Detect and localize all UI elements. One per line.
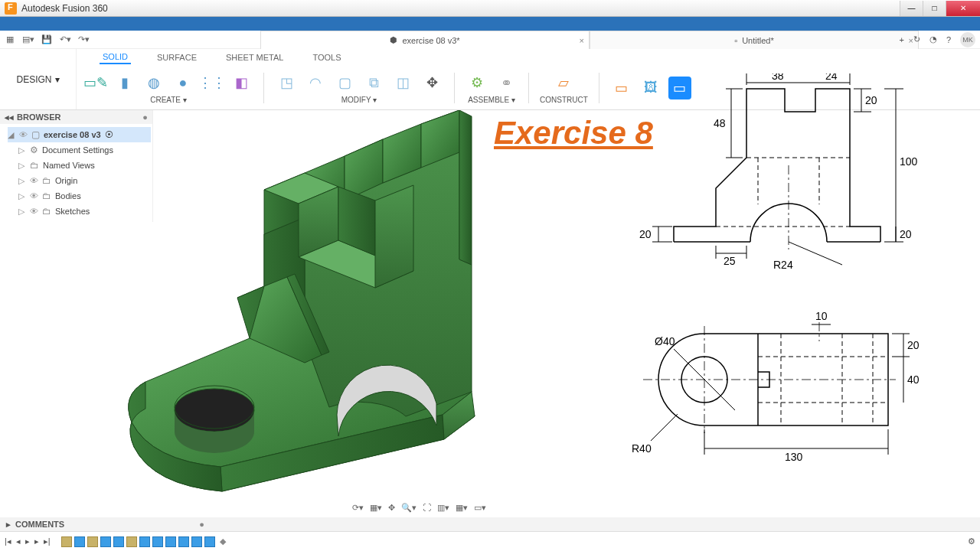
undo-icon[interactable]: ↶▾ (60, 34, 70, 45)
tab-solid[interactable]: SOLID (100, 51, 131, 64)
presspull-icon[interactable]: ◳ (275, 71, 298, 94)
timeline-start-icon[interactable]: |◂ (5, 536, 11, 546)
pin-icon[interactable]: ● (199, 520, 204, 529)
timeline-feature[interactable] (126, 536, 137, 547)
activate-icon[interactable]: ⦿ (105, 130, 113, 139)
timeline-play-icon[interactable]: ▸ (25, 536, 30, 546)
timeline-prev-icon[interactable]: ◂ (16, 536, 21, 546)
timeline-feature[interactable] (113, 536, 124, 547)
combine-icon[interactable]: ⧉ (362, 71, 385, 94)
folder-icon: 🗀 (42, 206, 51, 217)
form-icon[interactable]: ◧ (230, 71, 253, 94)
timeline-feature[interactable] (74, 536, 85, 547)
svg-line-39 (789, 242, 842, 265)
zoom-icon[interactable]: 🔍▾ (401, 503, 416, 513)
construct-group-label[interactable]: CONSTRUCT (540, 96, 588, 104)
fit-icon[interactable]: ⛶ (423, 503, 431, 512)
split-icon[interactable]: ◫ (391, 71, 414, 94)
browser-header[interactable]: ◂◂ BROWSER ● (0, 110, 152, 124)
collapse-arrow-icon[interactable]: ◢ (8, 130, 15, 140)
save-icon[interactable]: 💾 (41, 34, 52, 45)
sphere-icon[interactable]: ● (172, 71, 194, 94)
minimize-button[interactable]: — (900, 1, 923, 16)
visibility-icon[interactable]: 👁 (30, 176, 38, 185)
timeline-feature[interactable] (191, 536, 202, 547)
cylinder-icon[interactable]: ◍ (142, 71, 165, 94)
svg-text:40: 40 (907, 373, 920, 386)
expand-icon[interactable]: ▷ (18, 161, 26, 171)
box-icon[interactable]: ▮ (113, 71, 136, 94)
expand-icon[interactable]: ▸ (6, 520, 11, 530)
timeline-feature[interactable] (87, 536, 98, 547)
doc-tab-2[interactable]: ▫ Untitled* × (590, 31, 919, 49)
expand-icon[interactable]: ▷ (18, 207, 26, 217)
visibility-icon[interactable]: 👁 (30, 191, 38, 201)
close-tab-icon[interactable]: × (580, 36, 584, 45)
pan-icon[interactable]: ✥ (388, 503, 395, 513)
tree-item-bodies[interactable]: ▷👁🗀Bodies (8, 188, 151, 204)
workspace-selector[interactable]: DESIGN▾ (0, 49, 77, 109)
move-icon[interactable]: ✥ (420, 71, 443, 94)
display-icon[interactable]: ▥▾ (437, 503, 449, 513)
timeline-settings-icon[interactable]: ⚙ (968, 536, 975, 546)
file-menu-icon[interactable]: ▤▾ (23, 34, 34, 45)
expand-icon[interactable]: ▷ (18, 191, 26, 201)
plane-icon[interactable]: ▱ (552, 71, 575, 94)
visibility-icon[interactable]: 👁 (19, 130, 28, 139)
browser-tree: ◢ 👁 ▢ exercise 08 v3 ⦿ ▷⚙Document Settin… (0, 124, 152, 222)
tree-item-settings[interactable]: ▷⚙Document Settings (8, 142, 151, 158)
orbit-icon[interactable]: ⟳▾ (352, 503, 364, 513)
sketch-icon[interactable]: ▭✎ (84, 71, 107, 94)
timeline-end-icon[interactable]: ▸| (44, 536, 51, 546)
tab-sheetmetal[interactable]: SHEET METAL (223, 51, 286, 64)
timeline-feature[interactable] (61, 536, 72, 547)
create-group-label[interactable]: CREATE ▾ (150, 96, 187, 104)
job-status-icon[interactable]: ◔ (929, 34, 937, 44)
grid-icon[interactable]: ▦▾ (456, 503, 468, 513)
maximize-button[interactable]: □ (923, 1, 946, 16)
modify-group-label[interactable]: MODIFY ▾ (341, 96, 377, 104)
comments-bar[interactable]: ▸ COMMENTS ● (0, 517, 980, 531)
redo-icon[interactable]: ↷▾ (78, 34, 89, 45)
assemble-group-label[interactable]: ASSEMBLE ▾ (468, 96, 515, 104)
document-tabs: ⬢ exercise 08 v3* × ▫ Untitled* × (260, 31, 919, 49)
timeline-next-icon[interactable]: ▸ (34, 536, 39, 546)
tree-item-sketches[interactable]: ▷👁🗀Sketches (8, 204, 151, 219)
collapse-icon[interactable]: ◂◂ (5, 112, 14, 122)
tab-tools[interactable]: TOOLS (309, 51, 344, 64)
extensions-icon[interactable]: ↻ (913, 34, 920, 44)
timeline-marker-icon[interactable]: ◆ (220, 536, 226, 546)
timeline-feature[interactable] (204, 536, 215, 547)
tab-surface[interactable]: SURFACE (154, 51, 200, 64)
asbuilt-icon[interactable]: ⚭ (495, 71, 518, 94)
timeline-feature[interactable] (152, 536, 163, 547)
fillet-icon[interactable]: ◠ (304, 71, 327, 94)
timeline-feature[interactable] (178, 536, 189, 547)
expand-icon[interactable]: ▷ (18, 145, 26, 155)
tree-item-origin[interactable]: ▷👁🗀Origin (8, 173, 151, 188)
user-avatar[interactable]: MK (960, 32, 975, 47)
app-title: Autodesk Fusion 360 (21, 3, 108, 14)
close-button[interactable]: ✕ (946, 1, 980, 16)
pattern-icon[interactable]: ⋮⋮ (201, 71, 224, 94)
timeline-feature[interactable] (100, 536, 111, 547)
ribbon-tabs: SOLID SURFACE SHEET METAL TOOLS (77, 49, 980, 66)
viewport-icon[interactable]: ▭▾ (474, 503, 486, 513)
qat-right: + ↻ ◔ ? MK (899, 32, 975, 47)
timeline-feature[interactable] (165, 536, 176, 547)
shell-icon[interactable]: ▢ (333, 71, 356, 94)
tree-item-views[interactable]: ▷🗀Named Views (8, 158, 151, 173)
help-icon[interactable]: ? (946, 35, 951, 44)
doc-tab-1[interactable]: ⬢ exercise 08 v3* × (260, 31, 590, 49)
tree-root[interactable]: ◢ 👁 ▢ exercise 08 v3 ⦿ (8, 127, 151, 142)
navigation-bar: ⟳▾ ▦▾ ✥ 🔍▾ ⛶ ▥▾ ▦▾ ▭▾ (352, 500, 486, 514)
doc-tab-label: exercise 08 v3* (402, 36, 459, 45)
new-tab-icon[interactable]: + (899, 35, 903, 44)
joint-icon[interactable]: ⚙ (466, 71, 488, 94)
expand-icon[interactable]: ▷ (18, 176, 26, 186)
timeline-feature[interactable] (139, 536, 150, 547)
visibility-icon[interactable]: 👁 (30, 207, 38, 216)
grid-icon[interactable]: ▦ (5, 34, 15, 45)
lookat-icon[interactable]: ▦▾ (370, 503, 382, 513)
pin-icon[interactable]: ● (142, 112, 148, 122)
